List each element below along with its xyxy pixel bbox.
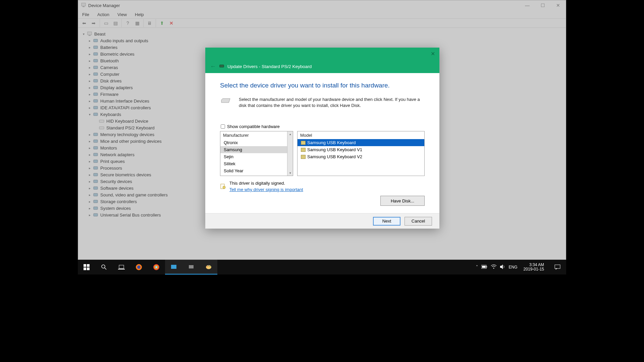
forward-icon[interactable]: ➡ <box>90 19 98 27</box>
model-item[interactable]: Samsung USB Keyboard <box>298 139 424 146</box>
tree-item-label: Sound, video and game controllers <box>100 192 168 197</box>
back-arrow-icon[interactable]: ← <box>210 63 216 70</box>
maximize-button[interactable]: ☐ <box>535 0 550 10</box>
tray-expand-icon[interactable]: ˄ <box>476 265 478 269</box>
taskview-icon[interactable] <box>113 260 130 275</box>
model-listbox[interactable]: Model Samsung USB KeyboardSamsung USB Ke… <box>297 131 425 176</box>
device-category-icon <box>93 199 98 204</box>
have-disk-button[interactable]: Have Disk... <box>380 196 425 206</box>
clock[interactable]: 3:34 AM 2019-01-15 <box>521 263 547 272</box>
search-icon[interactable] <box>95 260 113 275</box>
device-category-icon <box>93 185 98 191</box>
menu-view[interactable]: View <box>116 11 128 18</box>
svg-rect-22 <box>94 160 98 163</box>
scan-hardware-icon[interactable]: 🖥 <box>146 19 154 27</box>
svg-rect-0 <box>82 3 86 6</box>
show-compatible-checkbox[interactable] <box>221 124 225 129</box>
svg-rect-41 <box>119 265 124 268</box>
close-icon[interactable]: ✕ <box>426 48 439 60</box>
tree-item-label: Monitors <box>100 145 117 150</box>
svg-point-53 <box>208 265 209 266</box>
uninstall-icon[interactable]: ✕ <box>167 19 175 27</box>
svg-rect-37 <box>84 267 86 270</box>
language-indicator[interactable]: ENG <box>509 265 518 269</box>
menu-file[interactable]: File <box>81 11 91 18</box>
tree-item-label: Bluetooth <box>100 58 119 63</box>
menu-action[interactable]: Action <box>96 11 111 18</box>
tree-item[interactable]: ▸Audio inputs and outputs <box>79 37 565 44</box>
tree-item-label: Secure biometrics devices <box>100 172 151 177</box>
show-hidden-icon[interactable]: ▭ <box>102 19 110 27</box>
svg-point-58 <box>493 267 494 268</box>
svg-rect-60 <box>555 265 560 268</box>
device-category-icon <box>93 145 98 150</box>
manufacturer-item[interactable]: Silitek <box>220 160 293 167</box>
firefox-icon[interactable] <box>130 260 148 275</box>
tree-item-label: Computer <box>100 72 119 77</box>
wizard-title: Update Drivers - Standard PS/2 Keyboard <box>227 64 312 69</box>
view-icon[interactable]: ▦ <box>133 19 141 27</box>
model-item[interactable]: Samsung USB Keyboard V2 <box>298 153 424 160</box>
cancel-button[interactable]: Cancel <box>405 217 432 226</box>
svg-point-48 <box>156 266 157 268</box>
device-category-icon <box>93 165 98 171</box>
battery-icon[interactable] <box>481 265 487 270</box>
model-item[interactable]: Samsung USB Keyboard V1 <box>298 146 424 153</box>
svg-rect-18 <box>94 133 98 136</box>
help-icon[interactable]: ? <box>124 19 132 27</box>
svg-rect-2 <box>88 32 92 35</box>
device-category-icon <box>93 51 98 57</box>
keyboard-icon <box>99 125 104 130</box>
start-button[interactable] <box>78 260 95 275</box>
svg-rect-30 <box>94 214 98 216</box>
notifications-icon[interactable] <box>550 260 565 275</box>
svg-rect-3 <box>89 35 91 36</box>
manufacturer-listbox[interactable]: ▴ ▾ Manufacturer QtronixSamsungSejinSili… <box>220 131 293 176</box>
back-icon[interactable]: ⬅ <box>80 19 88 27</box>
device-category-icon <box>93 105 98 110</box>
computer-icon <box>87 31 92 37</box>
toolbar-separator <box>121 19 122 27</box>
device-category-icon <box>93 159 98 164</box>
show-compatible-label: Show compatible hardware <box>227 124 280 129</box>
next-button[interactable]: Next <box>373 217 400 226</box>
svg-rect-25 <box>94 180 98 183</box>
chrome-icon[interactable] <box>148 260 165 275</box>
model-item-label: Samsung USB Keyboard <box>307 140 356 145</box>
scroll-up-icon[interactable]: ▴ <box>288 132 292 136</box>
device-category-icon <box>93 92 98 97</box>
toolbar: ⬅ ➡ ▭ ▤ ? ▦ 🖥 ⬆ ✕ <box>78 18 566 28</box>
tree-root[interactable]: ▾Beast <box>79 31 565 37</box>
tree-item-label: Batteries <box>100 45 117 50</box>
device-category-icon <box>93 78 98 83</box>
taskbar-app-2[interactable] <box>182 260 200 275</box>
manufacturer-item[interactable]: Qtronix <box>220 139 293 146</box>
svg-rect-15 <box>94 113 98 116</box>
show-compatible-checkbox-row[interactable]: Show compatible hardware <box>221 124 425 129</box>
svg-rect-57 <box>482 266 486 268</box>
manufacturer-item[interactable]: Solid Year <box>220 167 293 174</box>
device-category-icon <box>93 85 98 90</box>
add-legacy-icon[interactable]: ⬆ <box>158 19 166 27</box>
menu-help[interactable]: Help <box>133 11 145 18</box>
minimize-button[interactable]: — <box>520 0 535 10</box>
svg-rect-16 <box>99 120 104 122</box>
taskbar-app-1[interactable] <box>165 260 182 275</box>
manufacturer-item[interactable]: Sejin <box>220 153 293 160</box>
wizard-heading: Select the device driver you want to ins… <box>220 82 425 89</box>
svg-rect-27 <box>94 193 98 196</box>
svg-rect-56 <box>486 266 487 267</box>
close-button[interactable]: ✕ <box>550 0 566 10</box>
manufacturer-item[interactable]: Samsung <box>220 146 293 153</box>
volume-icon[interactable] <box>500 264 505 270</box>
paint-icon[interactable] <box>200 260 217 275</box>
scroll-down-icon[interactable]: ▾ <box>288 171 292 175</box>
svg-line-40 <box>105 268 106 269</box>
tree-item-label: Security devices <box>100 179 132 184</box>
signing-link[interactable]: Tell me why driver signing is important <box>229 187 303 192</box>
app-icon <box>81 2 86 9</box>
properties-icon[interactable]: ▤ <box>111 19 119 27</box>
keyboard-icon <box>301 148 306 152</box>
wizard-footer: Next Cancel <box>205 213 439 229</box>
wifi-icon[interactable] <box>491 264 497 270</box>
